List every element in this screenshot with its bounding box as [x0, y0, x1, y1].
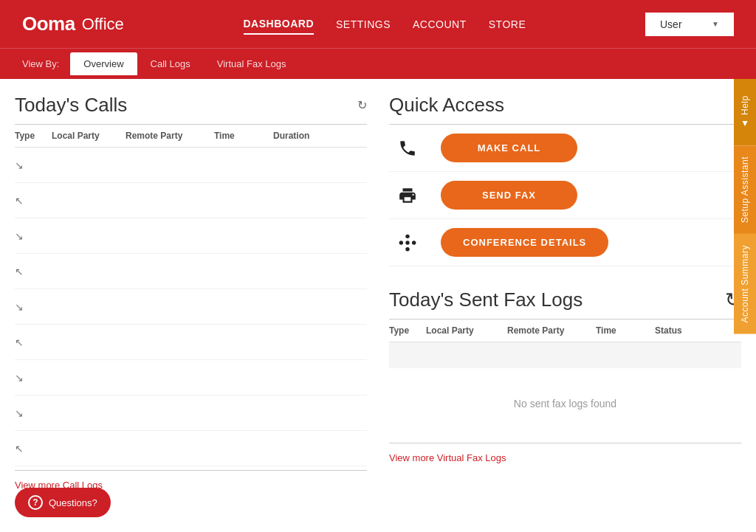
outbound-call-icon: ↘ — [15, 407, 52, 419]
col-remote-party: Remote Party — [126, 131, 214, 141]
help-tab-label: Help — [740, 95, 750, 115]
outbound-call-icon: ↘ — [15, 159, 52, 171]
todays-calls-title-row: Today's Calls ↻ — [15, 94, 367, 117]
todays-calls-title: Today's Calls — [15, 94, 127, 117]
fax-logs-title: Today's Sent Fax Logs — [389, 289, 583, 311]
refresh-icon[interactable]: ↻ — [357, 98, 367, 112]
svg-point-3 — [405, 234, 409, 238]
fax-logs-section: Today's Sent Fax Logs ↻ Type Local Party… — [389, 289, 741, 472]
account-tab-label: Account Summary — [740, 245, 750, 323]
quick-access-title: Quick Access — [389, 94, 741, 117]
col-time: Time — [214, 131, 273, 141]
tab-call-logs[interactable]: Call Logs — [137, 52, 204, 75]
user-label: User — [660, 18, 682, 30]
fax-col-time: Time — [596, 325, 655, 336]
view-more-fax-logs-link[interactable]: View more Virtual Fax Logs — [389, 443, 741, 472]
user-menu-button[interactable]: User ▼ — [645, 13, 734, 36]
main-content: Today's Calls ↻ Type Local Party Remote … — [0, 79, 756, 532]
fax-no-data-message: No sent fax logs found — [389, 368, 741, 439]
questions-button[interactable]: ? Questions? — [15, 488, 111, 517]
fax-col-local-party: Local Party — [426, 325, 507, 336]
inbound-call-icon: ↖ — [15, 266, 52, 277]
tab-virtual-fax-logs[interactable]: Virtual Fax Logs — [204, 52, 300, 75]
todays-calls-panel: Today's Calls ↻ Type Local Party Remote … — [15, 94, 367, 517]
table-row: ↖ — [15, 183, 367, 218]
main-nav: DASHBOARD SETTINGS ACCOUNT STORE — [244, 14, 526, 35]
outbound-call-icon: ↘ — [15, 230, 52, 242]
col-type: Type — [15, 131, 52, 141]
quick-access-section: Quick Access MAKE CALL SEND FAX — [389, 94, 741, 266]
inbound-call-icon: ↖ — [15, 195, 52, 207]
qa-conference-row: CONFERENCE DETAILS — [389, 219, 741, 266]
fax-table-header: Type Local Party Remote Party Time Statu… — [389, 319, 741, 342]
logo: Ooma Office — [22, 13, 124, 35]
account-summary-tab[interactable]: Account Summary — [734, 234, 756, 334]
conference-details-button[interactable]: CONFERENCE DETAILS — [441, 228, 608, 257]
setup-assistant-tab[interactable]: Setup Assistant — [734, 145, 756, 234]
table-row: ↖ — [15, 254, 367, 289]
fax-icon — [389, 186, 426, 205]
qa-make-call-row: MAKE CALL — [389, 125, 741, 172]
logo-brand: Ooma — [22, 13, 75, 35]
tab-overview[interactable]: Overview — [70, 52, 137, 75]
fax-col-remote-party: Remote Party — [507, 325, 596, 336]
sub-nav: View By: Overview Call Logs Virtual Fax … — [0, 48, 756, 79]
questions-label: Questions? — [49, 497, 97, 508]
table-row: ↘ — [15, 289, 367, 325]
fax-col-type: Type — [389, 325, 426, 336]
qa-send-fax-row: SEND FAX — [389, 172, 741, 219]
view-by-label: View By: — [22, 58, 59, 69]
outbound-call-icon: ↘ — [15, 301, 52, 313]
col-duration: Duration — [273, 131, 332, 141]
table-row: ↘ — [15, 395, 367, 431]
inbound-call-icon: ↖ — [15, 336, 52, 348]
svg-point-1 — [399, 241, 403, 244]
outbound-call-icon: ↘ — [15, 372, 52, 384]
inbound-call-icon: ↖ — [15, 443, 52, 455]
conference-icon — [389, 233, 426, 252]
send-fax-button[interactable]: SEND FAX — [441, 181, 577, 210]
header: Ooma Office DASHBOARD SETTINGS ACCOUNT S… — [0, 0, 756, 48]
col-local-party: Local Party — [52, 131, 126, 141]
fax-col-status: Status — [655, 325, 714, 336]
chevron-down-icon: ▼ — [712, 20, 719, 28]
make-call-button[interactable]: MAKE CALL — [441, 134, 577, 162]
nav-dashboard[interactable]: DASHBOARD — [244, 14, 315, 35]
table-row: ↘ — [15, 218, 367, 254]
phone-icon — [389, 139, 426, 158]
svg-point-4 — [405, 246, 409, 250]
fax-empty-row — [389, 342, 741, 368]
table-row: ↖ — [15, 325, 367, 360]
table-row: ↖ — [15, 431, 367, 466]
svg-point-0 — [405, 241, 409, 244]
logo-product: Office — [82, 15, 124, 34]
calls-table-header: Type Local Party Remote Party Time Durat… — [15, 125, 367, 148]
nav-settings[interactable]: SETTINGS — [336, 15, 391, 34]
setup-tab-label: Setup Assistant — [740, 156, 750, 223]
help-tab[interactable]: ▲ Help — [734, 79, 756, 145]
fax-logs-title-row: Today's Sent Fax Logs ↻ — [389, 289, 741, 311]
side-tabs: ▲ Help Setup Assistant Account Summary — [734, 79, 756, 334]
table-row: ↘ — [15, 148, 367, 183]
nav-account[interactable]: ACCOUNT — [413, 15, 467, 34]
right-panel: Quick Access MAKE CALL SEND FAX — [389, 94, 741, 517]
question-mark-icon: ? — [28, 495, 43, 510]
nav-store[interactable]: STORE — [489, 15, 526, 34]
help-tab-arrow: ▲ — [740, 119, 750, 130]
svg-point-2 — [412, 241, 416, 244]
table-row: ↘ — [15, 360, 367, 395]
